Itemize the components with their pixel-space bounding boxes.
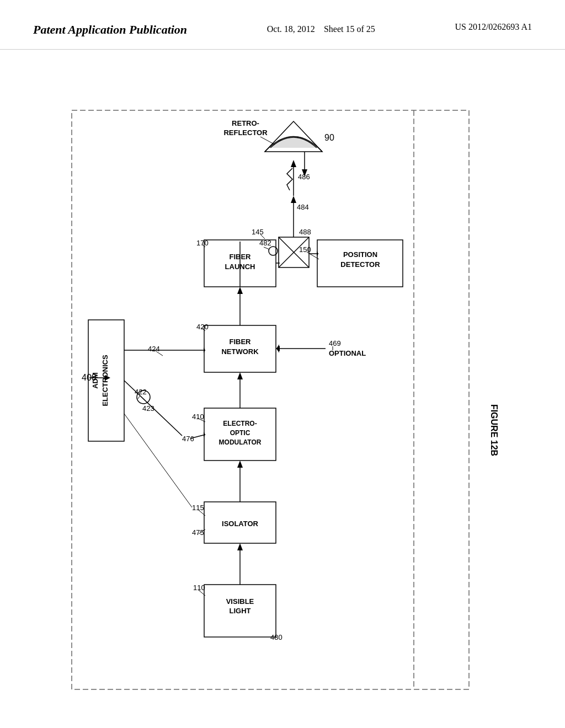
diagram-area: FIGURE 12B 400 ADM ELECTRONICS VISIBLE L…	[0, 50, 565, 700]
svg-text:LIGHT: LIGHT	[230, 607, 251, 615]
svg-text:FIGURE 12B: FIGURE 12B	[489, 404, 499, 456]
svg-text:POSITION: POSITION	[343, 250, 377, 259]
svg-text:484: 484	[297, 203, 309, 211]
svg-text:422: 422	[135, 388, 147, 396]
svg-text:REFLECTOR: REFLECTOR	[223, 129, 268, 137]
svg-text:423: 423	[142, 404, 154, 413]
patent-page: Patent Application Publication Oct. 18, …	[0, 0, 565, 728]
publication-title: Patent Application Publication	[33, 22, 187, 38]
svg-marker-46	[237, 287, 243, 294]
svg-text:OPTIC: OPTIC	[230, 429, 250, 437]
svg-marker-33	[237, 372, 243, 379]
page-header: Patent Application Publication Oct. 18, …	[0, 0, 565, 50]
svg-text:170: 170	[196, 239, 209, 247]
svg-text:90: 90	[324, 133, 334, 142]
svg-marker-17	[237, 543, 243, 550]
svg-text:469: 469	[329, 339, 341, 347]
svg-text:410: 410	[192, 413, 204, 421]
svg-text:488: 488	[299, 228, 311, 236]
svg-text:ELECTRONICS: ELECTRONICS	[101, 355, 109, 406]
patent-number: US 2012/0262693 A1	[455, 22, 532, 32]
svg-text:DETECTOR: DETECTOR	[340, 260, 380, 269]
svg-line-71	[264, 247, 269, 249]
svg-rect-0	[72, 110, 469, 689]
header-center-info: Oct. 18, 2012 Sheet 15 of 25	[267, 22, 375, 36]
svg-text:ADM: ADM	[91, 372, 99, 389]
svg-text:VISIBLE: VISIBLE	[226, 597, 254, 606]
svg-text:NETWORK: NETWORK	[221, 347, 259, 356]
svg-text:115: 115	[192, 504, 204, 512]
svg-text:FIBER: FIBER	[230, 338, 252, 346]
sheet-info: Sheet 15 of 25	[324, 24, 375, 34]
svg-text:OPTIONAL: OPTIONAL	[329, 349, 366, 357]
svg-text:476: 476	[182, 435, 194, 443]
svg-marker-25	[237, 461, 243, 468]
svg-text:ISOLATOR: ISOLATOR	[222, 520, 259, 528]
publication-date: Oct. 18, 2012	[267, 24, 315, 34]
svg-text:ELECTRO-: ELECTRO-	[223, 420, 257, 427]
svg-marker-73	[291, 160, 296, 167]
svg-text:482: 482	[259, 239, 271, 247]
svg-marker-65	[291, 196, 296, 203]
svg-line-92	[124, 414, 192, 507]
svg-text:480: 480	[270, 633, 282, 641]
svg-text:475: 475	[192, 528, 204, 537]
svg-text:145: 145	[252, 228, 264, 236]
svg-text:424: 424	[148, 345, 160, 353]
svg-text:420: 420	[196, 323, 209, 331]
svg-text:RETRO-: RETRO-	[232, 119, 259, 127]
patent-diagram: FIGURE 12B 400 ADM ELECTRONICS VISIBLE L…	[0, 55, 565, 717]
svg-line-78	[260, 137, 275, 144]
svg-text:MODULATOR: MODULATOR	[219, 438, 262, 446]
